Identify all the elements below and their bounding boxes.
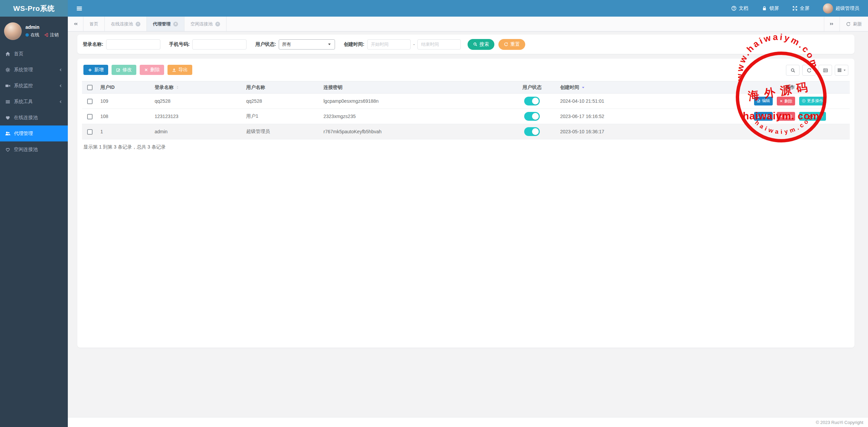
lock-screen-link[interactable]: 锁屏 [762,5,779,12]
row-delete-button[interactable]: 删除 [777,97,795,105]
user-role-label: 超级管理员 [835,5,859,12]
sidebar-toggle-button[interactable] [68,0,91,17]
status-select-value: 所有 [282,41,291,47]
phone-label: 手机号码: [169,41,190,47]
cell-user-name: 超级管理员 [243,124,321,139]
reset-button-label: 重置 [510,41,520,47]
end-time-input[interactable] [417,39,461,50]
phone-input[interactable] [192,39,246,50]
search-icon [790,68,795,73]
sidebar-item-proxy-manage[interactable]: 代理管理 [0,125,68,141]
table-refresh-button[interactable] [802,65,816,76]
sidebar-item-label: 空闲连接池 [14,147,38,153]
download-icon [172,68,176,72]
column-created[interactable]: 创建时间 [557,81,730,94]
fullscreen-link[interactable]: 全屏 [792,5,809,12]
sidebar-item-system-monitor[interactable]: 系统监控 [0,78,68,94]
sort-icon[interactable] [176,85,179,89]
tab-home[interactable]: 首页 [83,17,105,31]
cell-conn-key: 2323xmgzs235 [321,109,507,124]
row-edit-button[interactable]: 编辑 [754,97,773,105]
reset-button[interactable]: 重置 [498,39,525,50]
column-login-name[interactable]: 登录名称 [152,81,243,94]
start-time-input[interactable] [367,39,411,50]
grid-icon [837,68,842,73]
tabs-scroll-right-button[interactable] [824,17,840,31]
lock-icon [762,6,767,11]
status-toggle[interactable] [524,127,540,136]
cell-user-name: 用户1 [243,109,321,124]
login-name-label: 登录名称: [83,41,103,47]
sidebar-item-online-pool[interactable]: 在线连接池 [0,110,68,125]
avatar[interactable] [4,22,22,40]
row-checkbox[interactable] [87,99,93,104]
table-columns-button[interactable] [835,65,848,76]
sidebar-menu: 首页 系统管理 系统监控 系统工具 在线连接池 [0,46,68,157]
search-panel: 登录名称: 手机号码: 用户状态: 所有 创建时间: - [77,35,854,54]
online-label: 在线 [31,32,39,38]
docs-link[interactable]: 文档 [731,5,748,12]
sidebar-item-label: 系统管理 [14,67,33,73]
sidebar-item-system-manage[interactable]: 系统管理 [0,62,68,78]
cell-user-id: 108 [98,109,152,124]
export-button[interactable]: 导出 [167,65,192,75]
created-time-label: 创建时间: [344,41,364,47]
column-login-name-label: 登录名称 [155,84,174,91]
row-more-button[interactable]: 更多操作 [799,97,826,105]
close-icon[interactable]: × [173,22,178,26]
logout-button[interactable]: 注销 [44,32,59,38]
cell-user-name: qq2528 [243,94,321,109]
sort-desc-icon[interactable] [581,85,585,90]
caret-right-circle-icon [802,99,806,103]
status-toggle[interactable] [524,97,540,105]
table-toolbar: 新增 修改 删除 导出 [82,65,850,76]
caret-right-circle-icon [802,114,806,118]
sidebar-user-panel: admin 在线 注销 [0,17,68,45]
table-search-toggle-button[interactable] [786,65,800,76]
tabs-scroll-left-button[interactable] [68,17,83,31]
row-checkbox[interactable] [87,129,93,135]
double-chevron-left-icon [73,21,78,26]
table-panel: 新增 修改 删除 导出 [77,59,854,348]
sidebar-item-label: 在线连接池 [14,115,38,121]
hamburger-icon [76,5,83,12]
table-view-toggle-button[interactable] [818,65,832,76]
row-checkbox[interactable] [87,114,93,119]
close-icon[interactable]: × [215,22,220,26]
add-button[interactable]: 新增 [83,65,108,75]
user-menu[interactable]: 超级管理员 [823,3,859,14]
navbar-main: 文档 锁屏 全屏 超级管理员 [68,0,868,17]
row-edit-button[interactable]: 编辑 [754,112,773,121]
select-all-checkbox[interactable] [87,85,93,90]
row-more-button[interactable]: 更多操作 [799,112,826,121]
home-icon [5,51,11,57]
close-icon[interactable]: × [136,22,140,26]
search-button[interactable]: 搜索 [468,39,494,50]
sidebar-item-home[interactable]: 首页 [0,46,68,62]
tab-proxy-manage[interactable]: 代理管理 × [147,17,184,31]
export-button-label: 导出 [178,67,188,73]
delete-button[interactable]: 删除 [140,65,164,75]
cell-created: 2023-06-17 16:16:52 [557,109,730,124]
table-header-row: 用户ID 登录名称 用户名称 连接密钥 用户状态 创建时间 操作 [82,81,850,94]
tab-label: 空闲连接池 [191,21,213,27]
tab-refresh-button[interactable]: 刷新 [840,17,868,31]
sidebar-item-system-tools[interactable]: 系统工具 [0,94,68,110]
modify-button[interactable]: 修改 [112,65,136,75]
tab-online-pool[interactable]: 在线连接池 × [105,17,147,31]
column-status: 用户状态 [507,81,557,94]
status-select[interactable]: 所有 [279,39,335,50]
chevron-left-icon [59,84,63,88]
row-delete-button[interactable]: 删除 [777,112,795,121]
add-button-label: 新增 [94,67,104,73]
login-name-input[interactable] [106,39,160,50]
search-button-label: 搜索 [479,41,489,47]
table-row: 108 123123123 用户1 2323xmgzs235 2023-06-1… [82,109,850,124]
status-toggle[interactable] [524,112,540,121]
cell-created: 2023-05-10 16:36:17 [557,124,730,139]
tab-idle-pool[interactable]: 空闲连接池 × [184,17,226,31]
sidebar-item-idle-pool[interactable]: 空闲连接池 [0,141,68,157]
cell-conn-key: r767mk5pautoKeyfb5hbvah [321,124,507,139]
online-dot [25,33,29,37]
docs-label: 文档 [739,5,748,12]
